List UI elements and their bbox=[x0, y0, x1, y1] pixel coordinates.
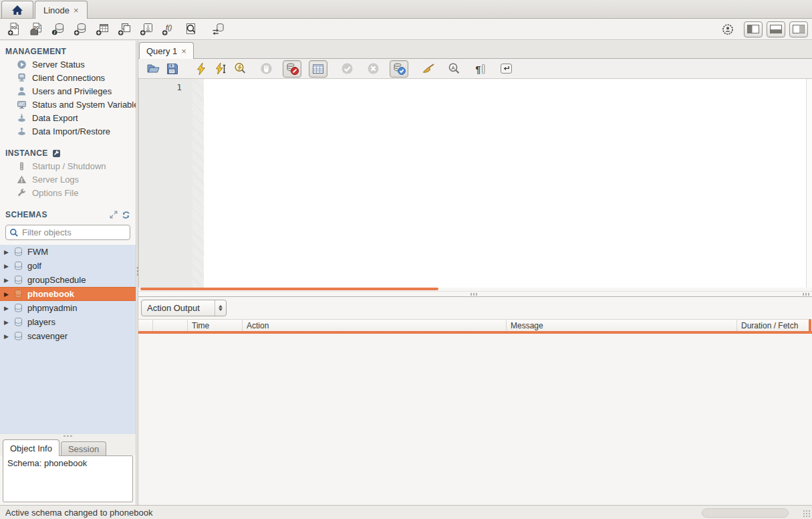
expander-icon[interactable]: ▶ bbox=[4, 305, 11, 312]
toggle-right-sidebar-button[interactable] bbox=[789, 21, 808, 37]
expander-icon[interactable]: ▶ bbox=[4, 277, 11, 284]
create-procedure-button[interactable] bbox=[136, 20, 156, 39]
editor-vertical-scrollbar[interactable] bbox=[806, 79, 812, 288]
schema-row-fwm[interactable]: ▶ FWM bbox=[0, 245, 136, 259]
refresh-icon[interactable] bbox=[122, 211, 130, 219]
explain-button[interactable] bbox=[231, 60, 249, 78]
execute-button[interactable] bbox=[192, 60, 211, 78]
sidebar-item-status-system-variables[interactable]: Status and System Variables bbox=[0, 98, 136, 111]
new-query-tab-button[interactable]: SQL bbox=[4, 20, 24, 39]
schema-row-phpmyadmin[interactable]: ▶ phpmyadmin bbox=[0, 301, 136, 315]
column-index bbox=[153, 320, 188, 331]
open-script-button[interactable] bbox=[144, 60, 162, 78]
column-time[interactable]: Time bbox=[188, 320, 243, 331]
tab-label: Query 1 bbox=[146, 46, 177, 56]
home-tab[interactable] bbox=[1, 1, 33, 18]
schema-row-groupschedule[interactable]: ▶ groupSchedule bbox=[0, 273, 136, 287]
output-view-selector[interactable]: Action Output bbox=[141, 300, 227, 316]
sidebar-item-data-export[interactable]: Data Export bbox=[0, 111, 136, 124]
info-tabstrip: Object Info Session bbox=[0, 438, 136, 455]
sidebar-item-data-import[interactable]: Data Import/Restore bbox=[0, 124, 136, 138]
schema-row-scavenger[interactable]: ▶ scavenger bbox=[0, 329, 136, 343]
schema-filter-input[interactable] bbox=[22, 227, 136, 237]
connection-tab-linode[interactable]: Linode × bbox=[35, 1, 88, 19]
sidebar-item-users-privileges[interactable]: Users and Privileges bbox=[0, 84, 136, 98]
broom-icon bbox=[421, 62, 435, 76]
reconnect-dbms-button[interactable] bbox=[208, 20, 228, 39]
selector-spinner-icon[interactable] bbox=[215, 300, 226, 316]
main-area: Query 1 × bbox=[138, 41, 812, 505]
sidebar-item-options-file[interactable]: Options File bbox=[0, 186, 136, 199]
schema-row-golf[interactable]: ▶ golf bbox=[0, 259, 136, 273]
create-function-button[interactable]: f() bbox=[158, 20, 178, 39]
sidebar-item-server-status[interactable]: Server Status bbox=[0, 58, 136, 71]
find-button[interactable]: A bbox=[444, 60, 463, 78]
tab-query-1[interactable]: Query 1 × bbox=[139, 42, 194, 59]
search-table-data-button[interactable] bbox=[180, 20, 200, 39]
output-scrollbar-vertical[interactable] bbox=[809, 319, 811, 334]
column-message[interactable]: Message bbox=[507, 320, 737, 331]
limit-rows-button[interactable] bbox=[309, 60, 327, 78]
sidebar-item-client-connections[interactable]: Client Connections bbox=[0, 71, 136, 84]
execute-current-icon bbox=[214, 62, 227, 76]
management-title: MANAGEMENT bbox=[5, 47, 66, 56]
data-import-icon bbox=[16, 126, 27, 136]
sidebar-item-label: Client Connections bbox=[32, 73, 105, 83]
users-icon bbox=[16, 86, 27, 96]
scrollbar-thumb[interactable] bbox=[140, 288, 438, 290]
server-status-icon bbox=[16, 59, 27, 70]
save-script-button[interactable] bbox=[163, 60, 182, 78]
sql-editor[interactable]: 1 bbox=[138, 79, 812, 288]
settings-gear-icon[interactable] bbox=[718, 20, 738, 39]
beautify-button[interactable] bbox=[418, 60, 437, 78]
expander-icon[interactable]: ▶ bbox=[4, 249, 11, 255]
create-view-button[interactable] bbox=[114, 20, 134, 39]
save-icon bbox=[166, 62, 179, 76]
toggle-autocommit-button[interactable] bbox=[390, 60, 408, 78]
close-icon[interactable]: × bbox=[181, 47, 186, 56]
column-duration[interactable]: Duration / Fetch bbox=[737, 320, 812, 331]
instance-section: INSTANCE Startup / Shutdown Server Logs … bbox=[0, 138, 136, 199]
tab-object-info[interactable]: Object Info bbox=[3, 439, 59, 456]
open-sql-file-button[interactable]: SQL bbox=[26, 20, 46, 39]
schema-row-players[interactable]: ▶ players bbox=[0, 315, 136, 329]
expander-icon[interactable]: ▶ bbox=[4, 291, 11, 298]
expander-icon[interactable]: ▶ bbox=[4, 333, 11, 340]
svg-text:SQL: SQL bbox=[11, 25, 17, 29]
close-icon[interactable]: × bbox=[74, 6, 79, 15]
column-action[interactable]: Action bbox=[243, 320, 507, 331]
schema-icon bbox=[13, 261, 23, 271]
expander-icon[interactable]: ▶ bbox=[4, 263, 11, 270]
svg-text:A: A bbox=[451, 65, 454, 71]
explain-icon bbox=[233, 62, 247, 76]
sidebar-item-server-logs[interactable]: Server Logs bbox=[0, 173, 136, 186]
toggle-wrap-button[interactable] bbox=[497, 60, 515, 78]
toggle-left-sidebar-button[interactable] bbox=[744, 21, 763, 37]
pilcrow-icon: ¶ bbox=[473, 62, 487, 76]
create-table-icon bbox=[96, 22, 110, 36]
toggle-bottom-panel-button[interactable] bbox=[767, 21, 785, 37]
schema-name: players bbox=[27, 317, 55, 327]
data-export-icon bbox=[16, 112, 27, 123]
expand-panel-icon[interactable] bbox=[110, 211, 118, 219]
schema-inspector-button[interactable]: i bbox=[48, 20, 68, 39]
execute-current-button[interactable] bbox=[211, 60, 230, 78]
connection-tab-label: Linode bbox=[43, 5, 70, 15]
create-schema-button[interactable] bbox=[70, 20, 90, 39]
schema-name: scavenger bbox=[27, 331, 67, 341]
resize-grip[interactable] bbox=[803, 510, 811, 518]
tab-session[interactable]: Session bbox=[61, 441, 106, 455]
toggle-stop-on-error-button[interactable] bbox=[283, 60, 301, 78]
editor-text-area[interactable] bbox=[204, 79, 806, 288]
sidebar-item-startup-shutdown[interactable]: Startup / Shutdown bbox=[0, 159, 136, 173]
create-table-button[interactable] bbox=[92, 20, 112, 39]
output-splitter[interactable] bbox=[138, 291, 812, 297]
output-scrollbar-horizontal[interactable] bbox=[138, 331, 812, 334]
home-icon bbox=[11, 5, 23, 15]
schema-row-phonebook[interactable]: ▶ phonebook bbox=[0, 287, 136, 301]
schema-tree: ▶ FWM ▶ golf ▶ groupSchedule ▶ phonebook… bbox=[0, 245, 136, 434]
show-invisibles-button[interactable]: ¶ bbox=[470, 60, 489, 78]
expander-icon[interactable]: ▶ bbox=[4, 319, 11, 326]
line-number: 1 bbox=[176, 82, 182, 92]
create-procedure-icon bbox=[140, 22, 154, 36]
